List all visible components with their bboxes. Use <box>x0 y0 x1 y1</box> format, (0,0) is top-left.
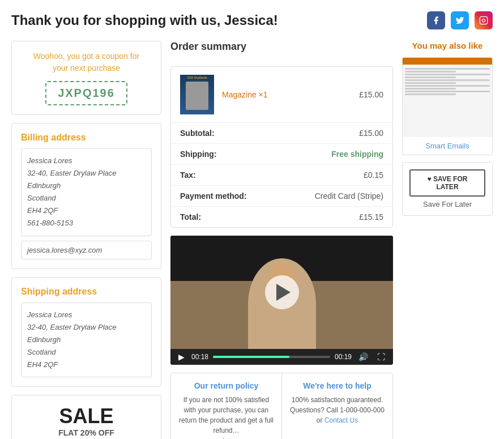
video-time-total: 00:19 <box>335 353 352 361</box>
page-header: Thank you for shopping with us, Jessica! <box>11 11 493 29</box>
preview-header-bar <box>403 58 492 65</box>
instagram-icon[interactable] <box>475 11 493 29</box>
total-row: Total: £15.15 <box>171 207 392 227</box>
order-summary-title: Order summary <box>170 41 393 53</box>
preview-content-lines <box>403 65 492 99</box>
social-icons <box>427 11 493 29</box>
play-triangle-icon <box>276 284 291 301</box>
preview-line <box>405 68 490 70</box>
shipping-city: Edinburgh <box>27 334 146 346</box>
product-name: Magazine ×1 <box>222 90 359 99</box>
preview-line <box>405 71 456 73</box>
order-summary-panel: CIO Outlook Magazine ×1 £15.00 Subtotal:… <box>170 66 393 228</box>
billing-title: Billing address <box>21 133 152 143</box>
preview-line <box>405 88 456 89</box>
preview-line <box>405 91 490 92</box>
shipping-panel: Shipping address Jessica Lores 32-40, Ea… <box>11 277 161 387</box>
shipping-region: Scotland <box>27 346 146 359</box>
video-mute-button[interactable]: 🔊 <box>356 352 370 361</box>
save-for-later-label: Save For Later <box>409 200 485 208</box>
preview-line <box>405 82 456 84</box>
video-frame <box>170 236 393 349</box>
svg-rect-0 <box>480 16 487 24</box>
shipping-address1: 32-40, Easter Drylaw Place <box>27 321 146 334</box>
page-title: Thank you for shopping with us, Jessica! <box>11 12 278 28</box>
subtotal-row: Subtotal: £15.00 <box>171 123 392 144</box>
billing-region: Scotland <box>27 192 146 204</box>
shipping-name: Jessica Lores <box>27 309 146 321</box>
return-policy-title: Our return policy <box>179 381 274 390</box>
shipping-row: Shipping: Free shipping <box>171 144 392 165</box>
billing-phone: 561-880-5153 <box>27 217 146 229</box>
help-text: 100% satisfaction guaranteed. Questions?… <box>290 395 385 425</box>
video-progress-fill <box>213 356 289 358</box>
billing-email: jessica.lores@xyz.com <box>21 241 152 259</box>
billing-panel: Billing address Jessica Lores 32-40, Eas… <box>11 123 161 269</box>
preview-line <box>405 85 490 87</box>
you-may-also-like-title: You may also like <box>402 41 493 50</box>
return-policy-panel: Our return policy If you are not 100% sa… <box>171 373 282 439</box>
preview-line <box>405 76 456 78</box>
product-preview: Smart Emails <box>402 57 493 155</box>
payment-label: Payment method: <box>180 191 246 201</box>
help-title: We're here to help <box>290 381 385 390</box>
shipping-address: Jessica Lores 32-40, Easter Drylaw Place… <box>21 302 152 377</box>
payment-row: Payment method: Credit Card (Stripe) <box>171 186 392 207</box>
sale-title: SALE <box>21 404 152 428</box>
preview-line <box>405 74 490 75</box>
coupon-text: Woohoo, you got a coupon for your next p… <box>21 50 152 74</box>
sale-panel: SALE FLAT 20% OFF Shop Now » <box>11 395 161 439</box>
return-policy-text: If you are not 100% satisfied with your … <box>179 395 274 439</box>
sale-subtitle: FLAT 20% OFF <box>21 428 152 437</box>
payment-value: Credit Card (Stripe) <box>315 191 383 201</box>
total-label: Total: <box>180 212 201 221</box>
right-sidebar: You may also like <box>402 41 493 439</box>
coupon-code[interactable]: JXPQ196 <box>45 81 127 105</box>
product-preview-label: Smart Emails <box>403 137 492 155</box>
product-row: CIO Outlook Magazine ×1 £15.00 <box>171 67 392 123</box>
video-play-button[interactable] <box>265 275 299 309</box>
contact-us-link[interactable]: Contact Us <box>324 416 358 424</box>
main-content: Woohoo, you got a coupon for your next p… <box>11 41 493 439</box>
video-fullscreen-button[interactable]: ⛶ <box>375 352 387 361</box>
product-preview-image <box>403 58 492 137</box>
billing-name: Jessica Lores <box>27 155 146 167</box>
info-row: Our return policy If you are not 100% sa… <box>170 373 393 439</box>
subtotal-label: Subtotal: <box>180 129 215 138</box>
left-column: Woohoo, you got a coupon for your next p… <box>11 41 161 439</box>
total-value: £15.15 <box>359 212 383 221</box>
video-section: ▶ 00:18 00:19 🔊 ⛶ <box>170 236 393 365</box>
tax-label: Tax: <box>180 171 196 180</box>
preview-line <box>405 93 456 95</box>
help-panel: We're here to help 100% satisfaction gua… <box>282 373 392 439</box>
billing-city: Edinburgh <box>27 180 146 192</box>
subtotal-value: £15.00 <box>359 129 383 138</box>
video-progress-bar[interactable] <box>213 356 330 358</box>
twitter-icon[interactable] <box>451 11 469 29</box>
shipping-title: Shipping address <box>21 287 152 297</box>
save-for-later-panel: ♥ SAVE FOR LATER Save For Later <box>402 162 493 216</box>
product-image: CIO Outlook <box>180 75 214 114</box>
shipping-label: Shipping: <box>180 150 217 159</box>
facebook-icon[interactable] <box>427 11 445 29</box>
tax-row: Tax: £0.15 <box>171 165 392 186</box>
video-controls: ▶ 00:18 00:19 🔊 ⛶ <box>170 349 393 365</box>
billing-address1: 32-40, Easter Drylaw Place <box>27 167 146 180</box>
shipping-postcode: EH4 2QF <box>27 359 146 371</box>
coupon-panel: Woohoo, you got a coupon for your next p… <box>11 41 161 115</box>
preview-line <box>405 79 490 81</box>
billing-postcode: EH4 2QF <box>27 204 146 217</box>
product-price: £15.00 <box>359 90 383 99</box>
video-play-control[interactable]: ▶ <box>176 352 187 361</box>
center-column: Order summary CIO Outlook Magazine ×1 £1… <box>170 41 393 439</box>
return-policy-link[interactable]: read more <box>211 437 242 439</box>
billing-address: Jessica Lores 32-40, Easter Drylaw Place… <box>21 148 152 236</box>
tax-value: £0.15 <box>364 171 383 180</box>
shipping-value: Free shipping <box>331 150 383 159</box>
save-for-later-button[interactable]: ♥ SAVE FOR LATER <box>409 169 485 197</box>
video-time-current: 00:18 <box>191 353 208 361</box>
